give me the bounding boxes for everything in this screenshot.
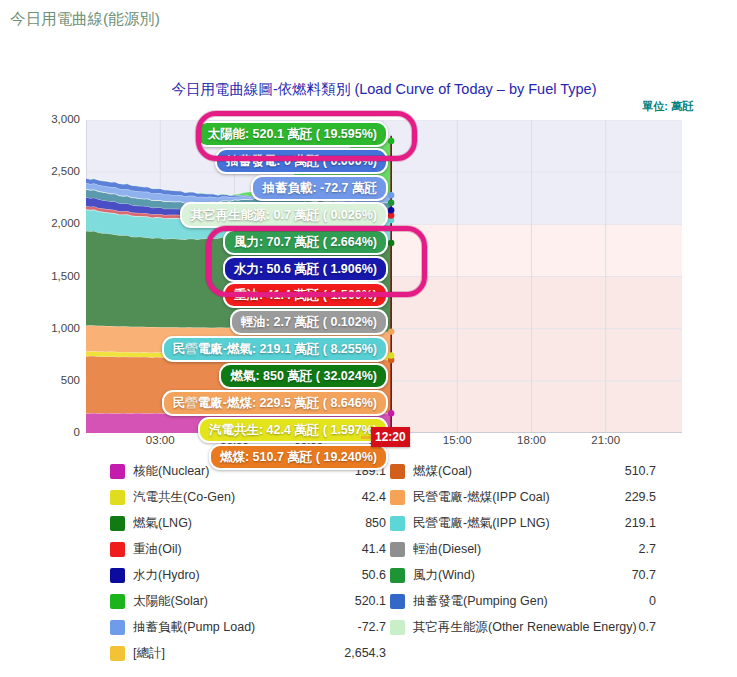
- legend-label: 民營電廠-燃氣(IPP LNG): [413, 515, 625, 532]
- series-tooltip: 民營電廠-燃氣: 219.1 萬瓩 ( 8.255%): [162, 336, 388, 362]
- legend-value: 510.7: [625, 464, 656, 478]
- legend-label: [總計]: [133, 645, 344, 662]
- legend-value: 229.5: [625, 490, 656, 504]
- legend-swatch: [110, 516, 125, 531]
- legend-label: 輕油(Diesel): [413, 541, 639, 558]
- legend-label: 燃氣(LNG): [133, 515, 365, 532]
- series-tooltip: 輕油: 2.7 萬瓩 ( 0.102%): [230, 309, 388, 335]
- legend-row: 重油(Oil)41.4: [110, 536, 386, 562]
- series-tooltip: 其它再生能源: 0.7 萬瓩 ( 0.026%): [180, 202, 388, 228]
- legend-row: 抽蓄發電(Pumping Gen)0: [390, 588, 656, 614]
- y-tick-label: 2,000: [0, 217, 80, 229]
- legend-row: 水力(Hydro)50.6: [110, 562, 386, 588]
- legend-value: 42.4: [362, 490, 386, 504]
- legend-swatch: [110, 568, 125, 583]
- series-tooltip: 民營電廠-燃煤: 229.5 萬瓩 ( 8.646%): [162, 390, 388, 416]
- legend-swatch: [390, 568, 405, 583]
- x-tick-label: 03:00: [146, 434, 175, 446]
- legend-label: 民營電廠-燃煤(IPP Coal): [413, 489, 625, 506]
- legend-value: 219.1: [625, 516, 656, 530]
- legend-label: 重油(Oil): [133, 541, 362, 558]
- unit-label: 單位: 萬瓩: [642, 99, 693, 114]
- highlight-annotation-solar: [196, 111, 417, 161]
- legend-value: -72.7: [358, 620, 387, 634]
- highlight-annotation-wind-hydro: [206, 226, 427, 297]
- legend-row: 汽電共生(Co-Gen)42.4: [110, 484, 386, 510]
- legend-value: 0: [649, 594, 656, 608]
- legend-label: 汽電共生(Co-Gen): [133, 489, 362, 506]
- legend-swatch: [110, 646, 125, 661]
- legend-swatch: [110, 490, 125, 505]
- legend-row: 抽蓄負載(Pump Load)-72.7: [110, 614, 386, 640]
- legend-label: 太陽能(Solar): [133, 593, 355, 610]
- legend-label: 抽蓄負載(Pump Load): [133, 619, 358, 636]
- legend-row: 其它再生能源(Other Renewable Energy)0.7: [390, 614, 656, 640]
- legend-label: 風力(Wind): [413, 567, 632, 584]
- legend-row: 風力(Wind)70.7: [390, 562, 656, 588]
- y-tick-label: 1,500: [0, 270, 80, 282]
- y-tick-label: 1,000: [0, 322, 80, 334]
- legend-label: 其它再生能源(Other Renewable Energy): [413, 619, 639, 636]
- legend-swatch: [110, 464, 125, 479]
- load-curve-page: 今日用電曲線(能源別) 今日用電曲線圖-依燃料類別 (Load Curve of…: [0, 0, 737, 677]
- chart-title: 今日用電曲線圖-依燃料類別 (Load Curve of Today – by …: [86, 80, 682, 99]
- legend-column-left: 核能(Nuclear)189.1汽電共生(Co-Gen)42.4燃氣(LNG)8…: [110, 458, 386, 666]
- legend-row: 輕油(Diesel)2.7: [390, 536, 656, 562]
- legend-value: 2,654.3: [344, 646, 386, 660]
- series-tooltip: 汽電共生: 42.4 萬瓩 ( 1.597%): [198, 417, 388, 443]
- y-tick-label: 2,500: [0, 165, 80, 177]
- legend-value: 520.1: [355, 594, 386, 608]
- legend-label: 燃煤(Coal): [413, 463, 625, 480]
- legend-value: 70.7: [632, 568, 656, 582]
- legend-label: 水力(Hydro): [133, 567, 362, 584]
- legend-column-right: 燃煤(Coal)510.7民營電廠-燃煤(IPP Coal)229.5民營電廠-…: [390, 458, 656, 640]
- legend-swatch: [390, 620, 405, 635]
- legend-swatch: [390, 542, 405, 557]
- legend-value: 50.6: [362, 568, 386, 582]
- legend-value: 41.4: [362, 542, 386, 556]
- legend-row: 太陽能(Solar)520.1: [110, 588, 386, 614]
- legend-swatch: [390, 516, 405, 531]
- legend-label: 抽蓄發電(Pumping Gen): [413, 593, 649, 610]
- y-tick-label: 0: [0, 426, 80, 438]
- x-tick-label: 21:00: [591, 434, 620, 446]
- legend-value: 850: [365, 516, 386, 530]
- legend-row: 燃煤(Coal)510.7: [390, 458, 656, 484]
- series-tooltip: 燃氣: 850 萬瓩 ( 32.024%): [219, 363, 388, 389]
- legend-swatch: [390, 490, 405, 505]
- current-time-badge: 12:20: [371, 427, 410, 447]
- series-tooltip: 燃煤: 510.7 萬瓩 ( 19.240%): [209, 444, 388, 470]
- x-tick-label: 18:00: [517, 434, 546, 446]
- legend-swatch: [110, 620, 125, 635]
- legend-row: 民營電廠-燃氣(IPP LNG)219.1: [390, 510, 656, 536]
- y-tick-label: 3,000: [0, 113, 80, 125]
- legend-row: 燃氣(LNG)850: [110, 510, 386, 536]
- legend-swatch: [110, 594, 125, 609]
- page-title: 今日用電曲線(能源別): [10, 9, 160, 30]
- legend-row: [總計]2,654.3: [110, 640, 386, 666]
- legend-row: 民營電廠-燃煤(IPP Coal)229.5: [390, 484, 656, 510]
- legend-value: 0.7: [639, 620, 656, 634]
- legend-swatch: [390, 464, 405, 479]
- y-tick-label: 500: [0, 374, 80, 386]
- x-tick-label: 15:00: [443, 434, 472, 446]
- series-tooltip: 抽蓄負載: -72.7 萬瓩: [251, 175, 388, 201]
- legend-value: 2.7: [639, 542, 656, 556]
- legend-swatch: [110, 542, 125, 557]
- legend-swatch: [390, 594, 405, 609]
